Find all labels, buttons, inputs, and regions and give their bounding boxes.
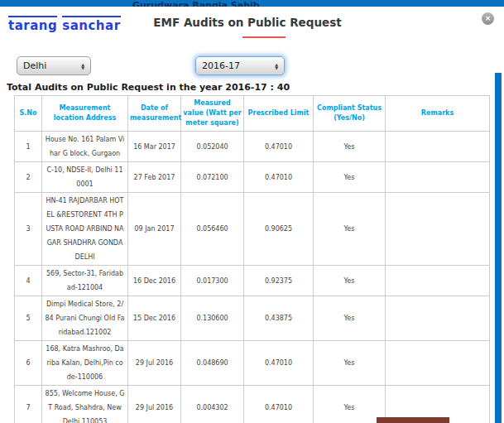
- select-arrows-icon: ▲ ▼: [275, 63, 278, 70]
- cell-sno: 2: [15, 162, 42, 193]
- background-page-top-bar: Gurudwara Bangla Sahib: [0, 0, 504, 7]
- select-arrows-icon: ▲ ▼: [81, 63, 84, 70]
- page-title: EMF Audits on Public Request: [0, 16, 495, 29]
- cell-remarks: [386, 341, 490, 386]
- table-row: 1House No. 161 Palam Vihar G block, Gurg…: [15, 132, 490, 162]
- table-row: 6168, Katra Mashroo, Dariba Kalan, Delhi…: [15, 341, 490, 386]
- table-row: 4569, Sector-31, Faridabad-12100416 Dec …: [15, 266, 490, 296]
- cell-prescribed: 0.92375: [244, 266, 314, 296]
- cell-prescribed: 0.47010: [244, 132, 314, 162]
- column-header-1: Measurement location Address: [42, 96, 128, 132]
- column-header-4: Prescribed Limit: [244, 96, 314, 132]
- cell-remarks: [386, 193, 490, 266]
- cell-measured: 0.056460: [181, 193, 244, 266]
- audit-table-body: 1House No. 161 Palam Vihar G block, Gurg…: [15, 132, 490, 423]
- cell-date: 15 Dec 2016: [128, 296, 181, 341]
- cell-date: 29 Jul 2016: [128, 341, 181, 386]
- year-select[interactable]: 2016-17 ▲ ▼: [195, 56, 285, 75]
- emf-audits-page: Gurudwara Bangla Sahib tarangsanchar EMF…: [0, 0, 504, 423]
- background-page-title: Gurudwara Bangla Sahib: [132, 0, 260, 7]
- cell-address: 569, Sector-31, Faridabad-121004: [42, 266, 128, 296]
- column-header-6: Remarks: [386, 96, 490, 132]
- cell-remarks: [386, 132, 490, 162]
- column-header-2: Date of measurement: [128, 96, 181, 132]
- cell-date: 16 Dec 2016: [128, 266, 181, 296]
- cell-compliant: Yes: [314, 266, 386, 296]
- cell-address: House No. 161 Palam Vihar G block, Gurga…: [42, 132, 128, 162]
- cell-sno: 5: [15, 296, 42, 341]
- cell-sno: 7: [15, 386, 42, 423]
- cell-sno: 4: [15, 266, 42, 296]
- cell-measured: 0.130600: [181, 296, 244, 341]
- cell-measured: 0.072100: [181, 162, 244, 193]
- cell-date: 16 Mar 2017: [128, 132, 181, 162]
- cell-compliant: Yes: [314, 386, 386, 423]
- cell-measured: 0.048690: [181, 341, 244, 386]
- total-audits-summary: Total Audits on Public Request in the ye…: [7, 82, 290, 93]
- table-header-row: S.NoMeasurement location AddressDate of …: [15, 96, 490, 132]
- close-glyph: ✕: [485, 15, 491, 22]
- cell-sno: 1: [15, 132, 42, 162]
- close-icon[interactable]: ✕: [482, 12, 494, 25]
- arrow-down-icon: ▼: [275, 66, 278, 70]
- cell-date: 29 Jul 2016: [128, 386, 181, 423]
- cell-address: Dimpi Medical Store, 2/84 Purani Chungi …: [42, 296, 128, 341]
- column-header-3: Measured value (Watt per meter square): [181, 96, 244, 132]
- cell-date: 09 Jan 2017: [128, 193, 181, 266]
- cell-sno: 6: [15, 341, 42, 386]
- state-select[interactable]: Delhi ▲ ▼: [17, 56, 91, 75]
- column-header-0: S.No: [15, 96, 42, 132]
- cell-compliant: Yes: [314, 296, 386, 341]
- cell-prescribed: 0.47010: [244, 386, 314, 423]
- cell-measured: 0.004302: [181, 386, 244, 423]
- cell-remarks: [386, 296, 490, 341]
- cell-compliant: Yes: [314, 132, 386, 162]
- table-row: 2C-10, NDSE-II, Delhi 11000127 Feb 20170…: [15, 162, 490, 193]
- state-select-value: Delhi: [23, 60, 46, 71]
- cell-prescribed: 0.90625: [244, 193, 314, 266]
- title-underline: [242, 36, 286, 38]
- cell-measured: 0.017300: [181, 266, 244, 296]
- cell-prescribed: 0.43875: [244, 296, 314, 341]
- background-page-bottom-bar: [377, 417, 449, 423]
- cell-prescribed: 0.47010: [244, 341, 314, 386]
- cell-compliant: Yes: [314, 162, 386, 193]
- cell-compliant: Yes: [314, 193, 386, 266]
- background-page-right-edge: [495, 73, 502, 423]
- cell-prescribed: 0.47010: [244, 162, 314, 193]
- cell-address: HN-41 RAJDARBAR HOTEL &RESTORENT 4TH PUS…: [42, 193, 128, 266]
- audit-table: S.NoMeasurement location AddressDate of …: [14, 95, 490, 423]
- cell-remarks: [386, 162, 490, 193]
- table-row: 3HN-41 RAJDARBAR HOTEL &RESTORENT 4TH PU…: [15, 193, 490, 266]
- cell-date: 27 Feb 2017: [128, 162, 181, 193]
- arrow-down-icon: ▼: [81, 66, 84, 70]
- cell-address: 168, Katra Mashroo, Dariba Kalan, Delhi,…: [42, 341, 128, 386]
- column-header-5: Compliant Status (Yes/No): [314, 96, 386, 132]
- cell-sno: 3: [15, 193, 42, 266]
- cell-compliant: Yes: [314, 341, 386, 386]
- year-select-value: 2016-17: [202, 60, 240, 71]
- cell-address: 855, Welcome House, GT Road, Shahdra, Ne…: [42, 386, 128, 423]
- cell-address: C-10, NDSE-II, Delhi 110001: [42, 162, 128, 193]
- cell-measured: 0.052040: [181, 132, 244, 162]
- table-row: 5Dimpi Medical Store, 2/84 Purani Chungi…: [15, 296, 490, 341]
- cell-remarks: [386, 266, 490, 296]
